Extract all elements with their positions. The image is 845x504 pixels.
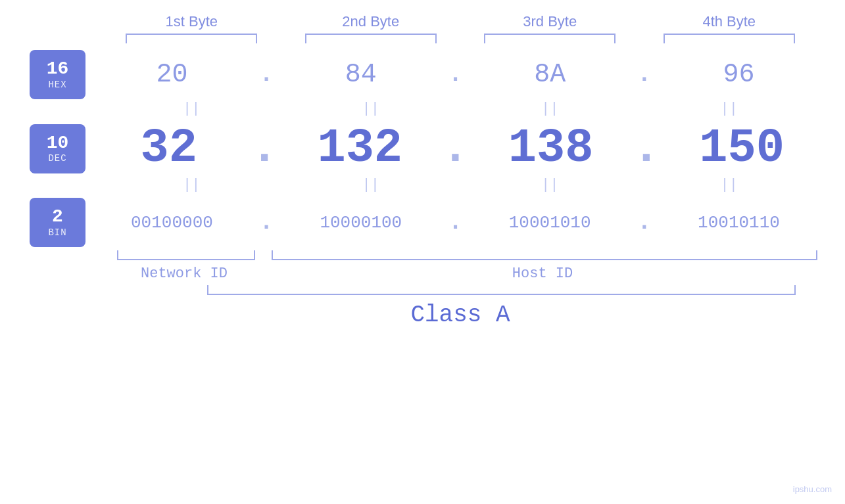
bin-byte3: 10001010 — [484, 213, 616, 233]
dot3-hex: . — [637, 61, 652, 88]
bin-base-number: 2 — [52, 207, 63, 227]
bracket-byte2 — [305, 34, 437, 43]
hex-byte3: 8A — [484, 60, 616, 89]
equals-row-2: || || || || — [0, 177, 845, 193]
eq1-byte2: || — [305, 101, 437, 117]
bin-row: 2 BIN 00100000 . 10000100 . 10001010 . 1… — [0, 198, 845, 247]
dec-byte3: 138 — [485, 122, 617, 175]
bin-byte4: 10010110 — [673, 213, 805, 233]
dec-base-number: 10 — [47, 133, 69, 154]
hex-values: 20 . 84 . 8A . 96 — [92, 60, 845, 89]
bin-byte1: 00100000 — [106, 213, 237, 233]
dot2-dec: . — [441, 122, 470, 175]
byte4-header: 4th Byte — [664, 13, 795, 30]
full-bracket — [207, 285, 796, 295]
eq1-byte3: || — [484, 101, 616, 117]
network-id-container: Network ID — [102, 250, 266, 282]
dec-row: 10 DEC 32 . 132 . 138 . 150 — [0, 122, 845, 175]
dot3-bin: . — [637, 209, 652, 236]
watermark: ipshu.com — [793, 484, 832, 494]
hex-byte4: 96 — [673, 60, 805, 89]
bin-values: 00100000 . 10000100 . 10001010 . 1001011… — [92, 209, 845, 236]
byte3-header: 3rd Byte — [484, 13, 616, 30]
hex-base-number: 16 — [47, 59, 69, 80]
network-id-label: Network ID — [141, 265, 228, 282]
equals-row-1: || || || || — [0, 101, 845, 117]
dot1-bin: . — [259, 209, 274, 236]
dot1-dec: . — [250, 122, 278, 175]
bracket-byte3 — [484, 34, 616, 43]
bin-byte2: 10000100 — [295, 213, 427, 233]
eq1-byte4: || — [664, 101, 795, 117]
dot2-bin: . — [448, 209, 463, 236]
byte-headers: 1st Byte 2nd Byte 3rd Byte 4th Byte — [0, 13, 845, 30]
bracket-byte1 — [126, 34, 257, 43]
byte2-header: 2nd Byte — [305, 13, 437, 30]
eq1-byte1: || — [126, 101, 257, 117]
dec-values: 32 . 132 . 138 . 150 — [92, 122, 845, 175]
bin-badge: 2 BIN — [30, 198, 85, 247]
host-id-container: Host ID — [266, 250, 819, 282]
class-label: Class A — [102, 302, 819, 329]
host-id-bracket — [272, 250, 817, 260]
dot1-hex: . — [259, 61, 274, 88]
dec-byte2: 132 — [294, 122, 425, 175]
eq2-byte1: || — [126, 177, 257, 193]
bracket-byte4 — [664, 34, 795, 43]
hex-base-label: HEX — [48, 80, 66, 90]
network-id-bracket — [117, 250, 255, 260]
dec-byte4: 150 — [676, 122, 808, 175]
dot3-dec: . — [632, 122, 660, 175]
dec-badge: 10 DEC — [30, 124, 85, 173]
hex-row: 16 HEX 20 . 84 . 8A . 96 — [0, 50, 845, 99]
top-brackets — [0, 34, 845, 43]
hex-byte1: 20 — [106, 60, 237, 89]
dec-base-label: DEC — [48, 153, 66, 164]
id-section: Network ID Host ID — [0, 250, 845, 282]
eq2-byte2: || — [305, 177, 437, 193]
bottom-section: Class A — [0, 285, 845, 329]
byte1-header: 1st Byte — [126, 13, 257, 30]
bin-base-label: BIN — [48, 227, 66, 238]
hex-byte2: 84 — [295, 60, 427, 89]
dec-byte1: 32 — [103, 122, 235, 175]
dot2-hex: . — [448, 61, 463, 88]
host-id-label: Host ID — [512, 265, 573, 282]
main-container: 1st Byte 2nd Byte 3rd Byte 4th Byte 16 H… — [0, 0, 845, 504]
eq2-byte3: || — [484, 177, 616, 193]
hex-badge: 16 HEX — [30, 50, 85, 99]
eq2-byte4: || — [664, 177, 795, 193]
